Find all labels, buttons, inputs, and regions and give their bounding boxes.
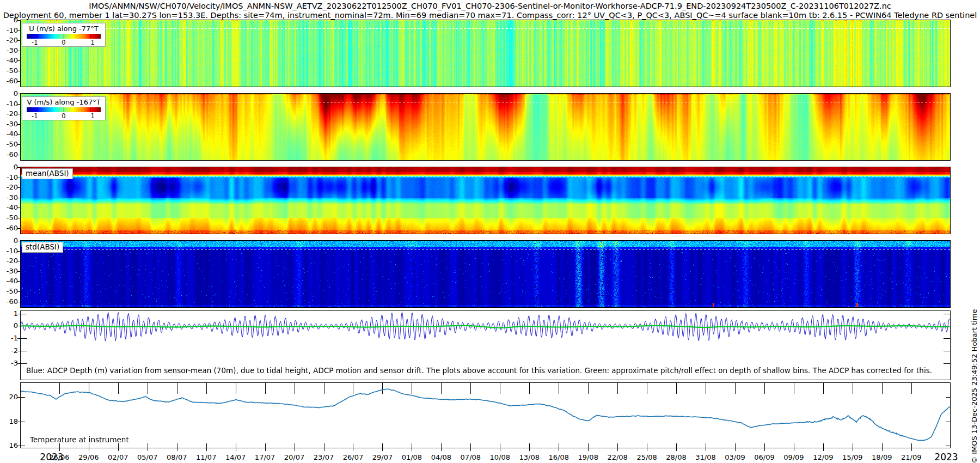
colorbar-tick-label: 1 xyxy=(91,39,95,46)
u-colorbar-legend: U (m/s) along -77°T -1 0 1 xyxy=(22,23,106,47)
panel-temperature xyxy=(21,383,950,448)
x-tick-label: 19/08 xyxy=(578,453,598,461)
y-tick-mark xyxy=(17,187,21,188)
y-tick-mark xyxy=(17,338,21,339)
x-tick-label: 29/07 xyxy=(372,453,393,461)
x-tick-mark xyxy=(853,448,853,451)
y-tick-label: 0 xyxy=(0,16,18,24)
panel-mean-absi: mean(ABSI) xyxy=(21,167,950,234)
y-tick-label: -30 xyxy=(0,267,18,275)
x-tick-mark xyxy=(500,448,500,451)
y-tick-label: -60 xyxy=(0,224,18,232)
y-tick-mark xyxy=(17,271,21,272)
y-tick-mark xyxy=(17,302,21,302)
x-tick-mark xyxy=(735,448,736,451)
x-tick-mark xyxy=(823,448,824,451)
y-tick-label: -2 xyxy=(0,346,18,355)
y-tick-label: 0 xyxy=(0,236,18,245)
x-tick-mark xyxy=(470,448,471,451)
x-axis-year-end: 2023 xyxy=(934,452,958,462)
colorbar-tick-label: 1 xyxy=(91,112,95,120)
y-tick-mark xyxy=(17,51,21,51)
y-tick-label: -20 xyxy=(0,257,18,265)
y-tick-mark xyxy=(17,363,21,364)
colorbar-tick xyxy=(64,107,64,112)
y-tick-label: -60 xyxy=(0,150,18,159)
x-tick-mark xyxy=(706,448,706,451)
temperature-label: Temperature at instrument xyxy=(30,435,129,444)
x-tick-mark xyxy=(206,448,207,451)
y-tick-label: -50 xyxy=(0,66,18,75)
y-tick-mark xyxy=(17,314,21,314)
x-tick-label: 31/08 xyxy=(695,453,715,461)
y-tick-mark xyxy=(17,251,21,252)
y-tick-mark xyxy=(17,40,21,41)
x-tick-mark xyxy=(794,448,794,451)
y-tick-mark xyxy=(17,218,21,218)
v-legend-title: V (m/s) along -167°T xyxy=(22,97,105,107)
y-tick-label: 0 xyxy=(0,163,18,171)
y-tick-label: -10 xyxy=(0,26,18,34)
y-tick-mark xyxy=(17,291,21,292)
x-axis-year-start: 2023 xyxy=(40,452,63,462)
x-tick-label: 22/08 xyxy=(607,453,627,461)
y-tick-mark xyxy=(17,351,21,351)
figure-title-filename: IMOS/ANMN/NSW/CH070/Velocity/IMOS_ANMN-N… xyxy=(0,2,980,10)
y-tick-label: -40 xyxy=(0,56,18,64)
y-tick-label: -1 xyxy=(0,334,18,342)
x-tick-mark xyxy=(676,448,677,451)
x-tick-label: 11/07 xyxy=(196,453,216,461)
x-tick-mark xyxy=(324,448,324,451)
imos-watermark: © IMOS 13-Dec-2025 23:49:52 Hobart time xyxy=(970,309,978,463)
y-tick-mark xyxy=(17,446,21,446)
x-tick-mark xyxy=(59,448,60,451)
y-tick-mark xyxy=(17,198,21,198)
panel-v-velocity: V (m/s) along -167°T -1 0 1 xyxy=(21,94,950,160)
mean-absi-label: mean(ABSI) xyxy=(22,168,73,179)
x-tick-label: 14/07 xyxy=(225,453,246,461)
y-tick-mark xyxy=(17,208,21,208)
x-tick-label: 20/07 xyxy=(284,453,304,461)
y-tick-label: -60 xyxy=(0,297,18,306)
y-tick-label: -50 xyxy=(0,140,18,148)
y-tick-label: -20 xyxy=(0,36,18,44)
y-tick-mark xyxy=(17,31,21,31)
depth-variation-note: Blue: ADCP Depth (m) variation from sens… xyxy=(26,366,932,375)
x-tick-mark xyxy=(559,448,559,451)
x-tick-label: 03/09 xyxy=(725,453,745,461)
y-tick-label: -40 xyxy=(0,130,18,138)
y-tick-label: -20 xyxy=(0,109,18,118)
u-velocity-heatmap xyxy=(21,20,950,87)
x-tick-mark xyxy=(617,448,618,451)
y-tick-label: 0 xyxy=(0,89,18,98)
x-tick-label: 21/09 xyxy=(901,453,921,461)
colorbar-tick xyxy=(90,34,90,39)
v-colorbar xyxy=(27,107,101,112)
y-tick-mark xyxy=(17,20,21,21)
y-tick-mark xyxy=(17,144,21,145)
x-tick-label: 28/08 xyxy=(666,453,686,461)
x-tick-mark xyxy=(236,448,236,451)
y-tick-label: -20 xyxy=(0,183,18,191)
x-tick-label: 09/09 xyxy=(783,453,804,461)
colorbar-tick xyxy=(64,34,64,39)
x-tick-mark xyxy=(295,448,295,451)
x-tick-mark xyxy=(647,448,647,451)
x-tick-label: 07/08 xyxy=(461,453,481,461)
x-tick-label: 15/09 xyxy=(842,453,862,461)
x-tick-mark xyxy=(382,448,383,451)
colorbar-tick-label: 0 xyxy=(62,39,65,46)
mean-absi-heatmap xyxy=(21,167,950,234)
x-tick-mark xyxy=(764,448,765,451)
y-tick-label: -30 xyxy=(0,120,18,128)
u-colorbar xyxy=(27,34,101,39)
y-tick-mark xyxy=(17,81,21,82)
v-velocity-heatmap xyxy=(21,94,950,160)
x-tick-label: 02/07 xyxy=(108,453,128,461)
std-absi-label: std(ABSI) xyxy=(22,242,63,253)
y-tick-label: -50 xyxy=(0,287,18,295)
y-tick-label: -50 xyxy=(0,214,18,222)
x-tick-label: 06/09 xyxy=(754,453,774,461)
x-tick-mark xyxy=(588,448,589,451)
y-tick-label: -40 xyxy=(0,277,18,285)
